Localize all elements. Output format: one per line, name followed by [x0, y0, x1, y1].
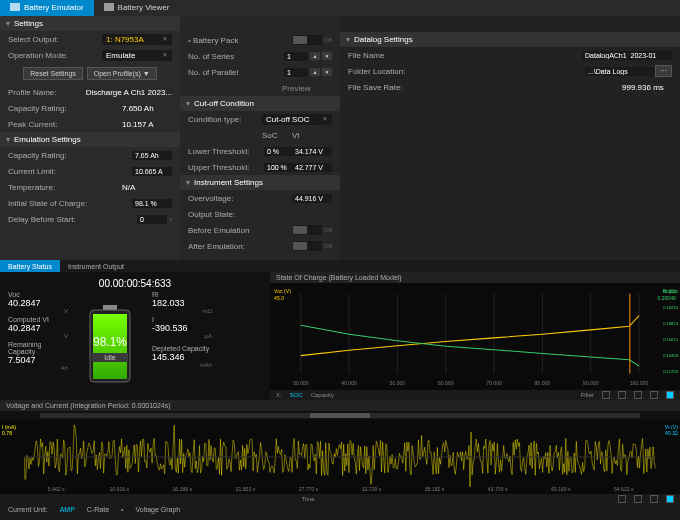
- upper-vt-input[interactable]: [292, 163, 332, 172]
- svg-text:Voc (V): Voc (V): [274, 288, 291, 294]
- op-mode-label: Operation Mode:: [8, 51, 102, 60]
- svg-text:100.000: 100.000: [630, 380, 649, 386]
- caret-icon: ▾: [6, 19, 10, 28]
- svg-text:40.32: 40.32: [665, 430, 678, 436]
- select-output-label: Select Output:: [8, 35, 102, 44]
- x-mode-soc[interactable]: SOC: [290, 392, 303, 398]
- upper-soc-input[interactable]: [264, 163, 292, 172]
- tab-instrument-output[interactable]: Instrument Output: [60, 260, 132, 272]
- emu-current-input[interactable]: [132, 167, 172, 176]
- svg-text:49.169 s: 49.169 s: [551, 486, 571, 492]
- file-save-rate-value: 999.936 ms: [622, 83, 672, 92]
- svg-text:0.13408: 0.13408: [663, 353, 679, 358]
- select-output[interactable]: 1: N7953A▼: [102, 34, 172, 45]
- lower-soc-input[interactable]: [264, 147, 292, 156]
- tab-label: Battery Emulator: [24, 3, 84, 12]
- battery-icon: [104, 3, 114, 11]
- svg-text:70.000: 70.000: [486, 380, 502, 386]
- emulation-settings-header[interactable]: ▾Emulation Settings: [0, 132, 180, 147]
- soc-chart-title: State Of Charge (Battery Loaded Model): [276, 274, 402, 281]
- zoom-fit-icon[interactable]: [634, 391, 642, 399]
- preview-link[interactable]: Preview: [282, 84, 332, 93]
- before-emulation-toggle[interactable]: [292, 225, 322, 235]
- capacity-rating-value: 7.650 Ah: [122, 104, 172, 113]
- emu-capacity-input[interactable]: [132, 151, 172, 160]
- battery-state-label: Idle: [92, 353, 127, 362]
- after-emulation-toggle[interactable]: [292, 241, 322, 251]
- svg-text:0.20040: 0.20040: [657, 295, 676, 301]
- condition-type-select[interactable]: Cut-off SOC▼: [262, 114, 332, 125]
- parallel-up-button[interactable]: ▲: [310, 68, 320, 76]
- parallel-input[interactable]: [284, 68, 308, 77]
- svg-text:32.729 s: 32.729 s: [362, 486, 382, 492]
- peak-current-value: 10.157 A: [122, 120, 172, 129]
- battery-percent: 98.1%: [93, 335, 127, 349]
- zoom-fit-icon[interactable]: [650, 495, 658, 503]
- unit-amp[interactable]: AMP: [60, 506, 75, 513]
- svg-text:38.182 s: 38.182 s: [425, 486, 445, 492]
- overvoltage-input[interactable]: [292, 194, 332, 203]
- zoom-in-icon[interactable]: [634, 495, 642, 503]
- zoom-out-icon[interactable]: [602, 391, 610, 399]
- svg-text:0.18240: 0.18240: [663, 305, 679, 310]
- zoom-in-icon[interactable]: [618, 391, 626, 399]
- unit-crate[interactable]: C-Rate: [87, 506, 109, 513]
- emu-delay-input[interactable]: [137, 215, 167, 224]
- svg-text:0.20040: 0.20040: [663, 289, 679, 294]
- svg-text:10.916 s: 10.916 s: [109, 486, 129, 492]
- datalog-header[interactable]: ▾Datalog Settings: [340, 32, 680, 47]
- series-input[interactable]: [284, 52, 308, 61]
- cutoff-header[interactable]: ▾Cut-off Condition: [180, 96, 340, 111]
- caret-icon: ▾: [6, 135, 10, 144]
- svg-text:50.000: 50.000: [390, 380, 406, 386]
- file-name-input[interactable]: [582, 51, 672, 60]
- open-profiles-button[interactable]: Open Profile(s) ▼: [87, 67, 157, 80]
- lower-vt-input[interactable]: [292, 147, 332, 156]
- x-mode-capacity[interactable]: Capacity: [311, 392, 334, 398]
- parallel-down-button[interactable]: ▼: [322, 68, 332, 76]
- series-up-button[interactable]: ▲: [310, 52, 320, 60]
- profile-name-value: Discharge A Ch1 2023...: [86, 88, 172, 97]
- svg-text:30.000: 30.000: [293, 380, 309, 386]
- tab-battery-status[interactable]: Battery Status: [0, 260, 60, 272]
- instrument-settings-header[interactable]: ▾Instrument Settings: [180, 175, 340, 190]
- battery-pack-toggle[interactable]: [292, 35, 322, 45]
- svg-text:5.462 s: 5.462 s: [48, 486, 65, 492]
- svg-text:54.622 s: 54.622 s: [614, 486, 634, 492]
- svg-text:21.853 s: 21.853 s: [236, 486, 256, 492]
- browse-folder-button[interactable]: ⋯: [655, 65, 672, 77]
- zoom-out-icon[interactable]: [618, 495, 626, 503]
- svg-rect-0: [103, 305, 117, 310]
- datalog-panel: ▾Datalog Settings File Name Folder Locat…: [340, 16, 680, 260]
- svg-text:40.000: 40.000: [341, 380, 357, 386]
- settings-panel: ▾Settings Select Output:1: N7953A▼ Opera…: [0, 16, 180, 260]
- emu-soc-input[interactable]: [132, 199, 172, 208]
- voltage-graph-toggle[interactable]: Voltage Graph: [136, 506, 181, 513]
- svg-text:I (mA): I (mA): [2, 424, 16, 430]
- peak-current-label: Peak Current:: [8, 120, 122, 129]
- svg-text:0.15615: 0.15615: [663, 337, 679, 342]
- soc-chart[interactable]: 30.00040.00050.00060.00070.00080.00090.0…: [270, 283, 680, 390]
- tab-battery-viewer[interactable]: Battery Viewer: [94, 0, 180, 16]
- svg-text:Vt (V): Vt (V): [665, 424, 678, 430]
- series-down-button[interactable]: ▼: [322, 52, 332, 60]
- svg-text:0.11200: 0.11200: [663, 369, 679, 374]
- svg-text:27.770 s: 27.770 s: [299, 486, 319, 492]
- tab-battery-emulator[interactable]: Battery Emulator: [0, 0, 94, 16]
- folder-location-input[interactable]: [585, 67, 655, 76]
- vi-chart[interactable]: I (mA)0.78Vt (V)40.325.462 s10.916 s16.3…: [0, 420, 680, 494]
- expand-icon[interactable]: [666, 495, 674, 503]
- svg-text:0.18823: 0.18823: [663, 321, 679, 326]
- svg-text:16.369 s: 16.369 s: [172, 486, 192, 492]
- battery-status-panel: 00.00:00:54:633 Voc40.2847V 98.1% Idle R…: [0, 272, 270, 400]
- emu-temp-value: N/A: [122, 183, 172, 192]
- expand-icon[interactable]: [666, 391, 674, 399]
- mid-panel: • Battery PackOff No. of Series▲▼ No. of…: [180, 16, 340, 260]
- svg-text:0.78: 0.78: [2, 430, 12, 436]
- reset-settings-button[interactable]: Reset Settings: [23, 67, 83, 80]
- top-tabs: Battery Emulator Battery Viewer: [0, 0, 680, 16]
- cursor-icon[interactable]: [650, 391, 658, 399]
- op-mode-select[interactable]: Emulate▼: [102, 50, 172, 61]
- time-scrollbar[interactable]: [40, 413, 640, 418]
- settings-header[interactable]: ▾Settings: [0, 16, 180, 31]
